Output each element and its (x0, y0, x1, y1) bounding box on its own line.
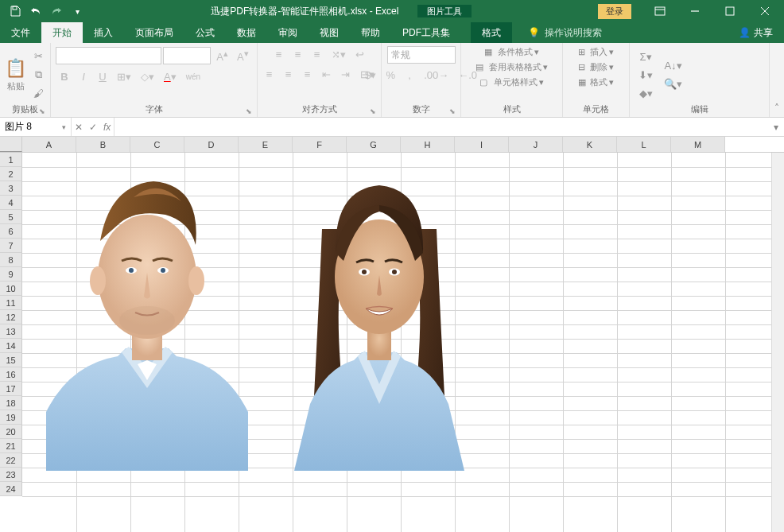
italic-button[interactable]: I (75, 68, 92, 85)
share-button[interactable]: 👤 共享 (728, 22, 784, 43)
align-middle-icon[interactable]: ≡ (289, 46, 307, 63)
cut-icon[interactable]: ✂ (29, 48, 48, 64)
row-header[interactable]: 21 (0, 439, 22, 453)
insert-cells-button[interactable]: ⊞ 插入▾ (578, 46, 613, 58)
bold-button[interactable]: B (56, 68, 73, 85)
row-header[interactable]: 9 (0, 267, 22, 282)
decrease-font-icon[interactable]: A▾ (233, 46, 252, 65)
sort-filter-icon[interactable]: A↓▾ (660, 57, 686, 74)
percent-icon[interactable]: % (382, 67, 399, 83)
orientation-icon[interactable]: ⤭▾ (328, 46, 350, 63)
close-icon[interactable] (749, 0, 781, 22)
tab-insert[interactable]: 插入 (83, 22, 124, 43)
ribbon-options-icon[interactable] (644, 0, 676, 22)
select-all-corner[interactable] (0, 137, 22, 152)
align-top-icon[interactable]: ≡ (270, 46, 288, 63)
number-format-dropdown[interactable]: 常规 (387, 46, 456, 64)
row-header[interactable]: 12 (0, 310, 22, 324)
row-header[interactable]: 7 (0, 239, 22, 253)
column-header[interactable]: D (184, 137, 239, 152)
paste-button[interactable]: 粘贴 (7, 80, 25, 92)
column-header[interactable]: C (130, 137, 184, 152)
row-header[interactable]: 22 (0, 453, 22, 468)
accounting-icon[interactable]: $▾ (361, 67, 380, 83)
save-icon[interactable] (8, 4, 22, 18)
vertical-scrollbar[interactable] (771, 153, 784, 532)
undo-icon[interactable] (29, 4, 43, 18)
worksheet-grid[interactable]: ABCDEFGHIJKLM 12345678910111213141516171… (0, 137, 784, 532)
row-header[interactable]: 24 (0, 482, 22, 496)
tab-pdf-tools[interactable]: PDF工具集 (391, 22, 461, 43)
qat-customize-icon[interactable]: ▾ (70, 4, 84, 18)
tell-me[interactable]: 💡 操作说明搜索 (512, 22, 602, 43)
clipboard-launcher-icon[interactable]: ⬊ (39, 107, 45, 115)
autosum-icon[interactable]: Σ▾ (635, 49, 657, 65)
cells-area[interactable] (22, 153, 784, 532)
enter-formula-icon[interactable]: ✓ (89, 122, 97, 133)
tab-help[interactable]: 帮助 (350, 22, 391, 43)
tab-file[interactable]: 文件 (0, 22, 41, 43)
align-right-icon[interactable]: ≡ (299, 66, 316, 83)
row-header[interactable]: 10 (0, 282, 22, 296)
redo-icon[interactable] (49, 4, 64, 18)
row-header[interactable]: 8 (0, 253, 22, 267)
copy-icon[interactable]: ⧉ (29, 66, 48, 83)
tab-review[interactable]: 审阅 (267, 22, 309, 43)
maximize-icon[interactable] (714, 0, 746, 22)
column-header[interactable]: L (617, 137, 671, 152)
column-header[interactable]: J (509, 137, 563, 152)
expand-formula-icon[interactable]: ▾ (768, 118, 784, 136)
increase-decimal-icon[interactable]: .00→ (420, 67, 452, 83)
font-size-dropdown[interactable] (163, 47, 211, 64)
row-header[interactable]: 16 (0, 367, 22, 382)
column-header[interactable]: G (347, 137, 401, 152)
tab-formulas[interactable]: 公式 (184, 22, 226, 43)
row-header[interactable]: 1 (0, 153, 22, 167)
phonetic-icon[interactable]: wén (182, 70, 204, 83)
column-header[interactable]: K (563, 137, 617, 152)
font-name-dropdown[interactable] (56, 47, 161, 64)
number-launcher-icon[interactable]: ⬊ (449, 107, 456, 115)
underline-button[interactable]: U (94, 68, 111, 85)
row-header[interactable]: 5 (0, 210, 22, 224)
fx-icon[interactable]: fx (103, 122, 111, 133)
alignment-launcher-icon[interactable]: ⬊ (370, 107, 376, 115)
tab-home[interactable]: 开始 (41, 22, 83, 43)
column-header[interactable]: E (239, 137, 293, 152)
row-header[interactable]: 15 (0, 353, 22, 367)
indent-increase-icon[interactable]: ⇥ (337, 66, 355, 83)
name-box[interactable]: 图片 8▾ (0, 118, 72, 136)
wrap-text-icon[interactable]: ↩ (351, 46, 369, 63)
login-button[interactable]: 登录 (598, 4, 631, 19)
minimize-icon[interactable] (679, 0, 711, 22)
paste-icon[interactable]: 📋 (5, 58, 26, 79)
increase-font-icon[interactable]: A▴ (212, 46, 231, 65)
conditional-format-button[interactable]: ▦ 条件格式▾ (484, 46, 539, 58)
row-header[interactable]: 19 (0, 410, 22, 425)
format-as-table-button[interactable]: ▤ 套用表格格式▾ (475, 61, 548, 73)
column-header[interactable]: A (22, 137, 76, 152)
fill-icon[interactable]: ⬇▾ (635, 67, 657, 83)
align-left-icon[interactable]: ≡ (261, 66, 278, 83)
column-header[interactable]: H (401, 137, 455, 152)
row-header[interactable]: 4 (0, 196, 22, 210)
column-header[interactable]: I (455, 137, 509, 152)
row-header[interactable]: 17 (0, 382, 22, 396)
format-cells-button[interactable]: ▦ 格式▾ (578, 76, 614, 88)
find-select-icon[interactable]: 🔍▾ (660, 76, 686, 92)
row-header[interactable]: 6 (0, 224, 22, 239)
delete-cells-button[interactable]: ⊟ 删除▾ (578, 61, 613, 73)
column-header[interactable]: M (671, 137, 725, 152)
row-header[interactable]: 14 (0, 339, 22, 353)
font-color-icon[interactable]: A▾ (160, 68, 180, 85)
collapse-ribbon-icon[interactable]: ˄ (770, 43, 784, 117)
formula-input[interactable] (114, 118, 768, 136)
indent-decrease-icon[interactable]: ⇤ (318, 66, 336, 83)
align-bottom-icon[interactable]: ≡ (309, 46, 326, 63)
font-launcher-icon[interactable]: ⬊ (246, 107, 252, 115)
row-header[interactable]: 20 (0, 425, 22, 439)
cell-styles-button[interactable]: ▢ 单元格样式▾ (479, 76, 543, 88)
column-header[interactable]: B (76, 137, 130, 152)
cancel-formula-icon[interactable]: ✕ (75, 122, 83, 133)
column-header[interactable]: F (293, 137, 347, 152)
